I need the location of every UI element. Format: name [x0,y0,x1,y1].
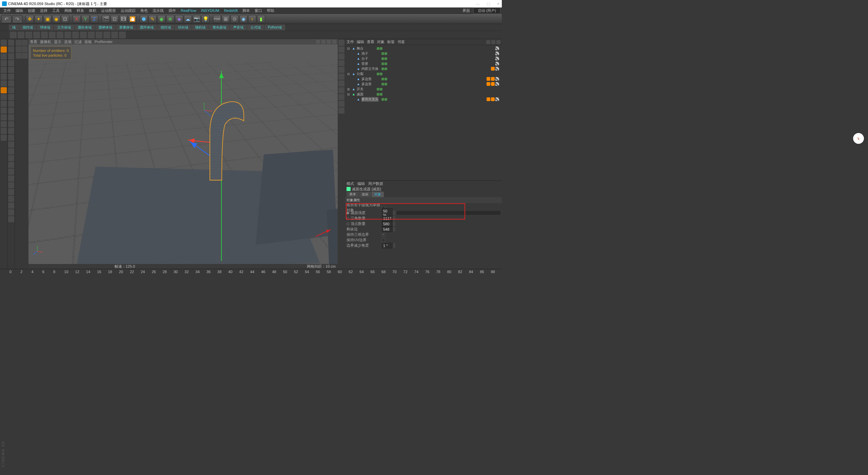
timeline-ruler[interactable]: 0246810121416182022242628303234363840424… [0,269,502,276]
modeling-tool[interactable] [8,209,14,215]
object-name[interactable]: 多边形 [361,77,378,81]
obj-menu-object[interactable]: 对象 [377,39,384,44]
visibility-render-dot[interactable] [380,73,382,75]
object-row[interactable]: ⊞ ▲ 开关 [346,87,501,92]
expand-icon[interactable]: ⊞ [347,88,351,91]
tweak-mode[interactable] [1,94,7,100]
object-row[interactable]: ▲ 内部立方体 [346,66,501,71]
object-tag[interactable] [491,97,495,101]
menu-tools[interactable]: 工具 [50,7,62,14]
object-mode[interactable] [1,46,7,53]
workplane-mode[interactable] [1,101,7,107]
close-button[interactable]: ✕ [497,2,500,6]
object-row[interactable]: ▲ 多边形 [346,81,501,87]
modeling-tool[interactable] [8,128,14,134]
vp-tool[interactable] [338,60,344,66]
visibility-render-dot[interactable] [384,57,387,60]
undo-button[interactable]: ↶ [1,15,12,23]
menu-file[interactable]: 文件 [1,7,13,14]
modeling-tool[interactable] [8,108,14,114]
domain-icon[interactable] [96,32,102,38]
modeling-tool[interactable] [8,216,14,222]
psr-button[interactable]: PSR [213,15,221,23]
recent-tool[interactable]: ⊡ [61,15,69,23]
object-tag[interactable] [495,52,499,55]
domain-tab[interactable]: 随机域 [192,24,209,31]
vp-nav-icon[interactable] [332,40,336,44]
modeling-tool[interactable] [8,189,14,195]
object-tag[interactable] [487,77,490,81]
visibility-render-dot[interactable] [380,88,382,91]
domain-icon[interactable] [103,32,110,38]
object-name[interactable]: 内部立方体 [361,66,378,71]
domain-icon[interactable] [41,32,48,38]
obj-menu-bookmark[interactable]: 书签 [397,39,405,44]
visibility-editor-dot[interactable] [381,62,384,65]
modeling-tool[interactable] [8,74,14,80]
modeling-tool[interactable] [8,196,14,202]
vp-menu-panel[interactable]: 面板 [84,39,92,44]
modeling-tool[interactable] [8,169,14,175]
object-name[interactable]: 分裂 [357,72,374,76]
deformer-button[interactable]: ◈ [175,15,183,23]
domain-icon[interactable] [72,32,79,38]
scale-tool[interactable]: ▣ [43,15,52,23]
menu-spline[interactable]: 样条 [75,7,86,14]
expand-icon[interactable]: ⊟ [347,47,351,50]
coord-button[interactable]: ⊞ [222,15,230,23]
select-tool[interactable]: ✥ [26,15,34,23]
vp-menu-display[interactable]: 显示 [54,39,61,44]
visibility-editor-dot[interactable] [377,47,379,50]
polygon-mode[interactable] [1,74,7,80]
modeling-tool[interactable] [8,60,14,66]
modeling-tool[interactable] [8,101,14,107]
attr-value-input[interactable]: 580 [382,221,393,227]
object-row[interactable]: ⊟ ▲ 分裂 [346,71,501,76]
modeling-tool[interactable] [8,141,14,148]
spinner[interactable] [393,227,395,231]
vp-tool[interactable] [338,108,344,114]
x-axis-lock[interactable]: X [73,15,81,23]
menu-volume[interactable]: 体积 [87,7,98,14]
modeling-tool[interactable] [8,87,14,93]
modeling-tool[interactable] [8,40,14,46]
object-row[interactable]: ▲ 背景 [346,61,501,66]
selected-object[interactable] [201,95,245,184]
object-name[interactable]: 多边形 [361,82,378,87]
object-tag[interactable] [491,67,495,71]
object-name[interactable]: 减面 [357,92,374,97]
tool-pair[interactable] [16,53,28,59]
y-axis-lock[interactable]: Y [81,15,90,23]
vp-tool[interactable] [338,46,344,53]
domain-icon[interactable] [88,32,95,38]
domain-tab[interactable]: 立方体域 [54,24,74,31]
object-tag[interactable] [495,67,499,71]
object-row[interactable]: ▲ 窗帘水龙头 [346,97,501,102]
vp-nav-icon[interactable] [321,40,326,44]
visibility-render-dot[interactable] [384,78,387,80]
menu-select[interactable]: 选择 [38,7,50,14]
domain-icon[interactable] [80,32,87,38]
minimize-button[interactable]: — [476,2,480,6]
radio-icon[interactable] [347,212,349,214]
attr-tab-coord[interactable]: 坐标 [359,192,371,197]
modeling-tool[interactable] [8,148,14,154]
object-tag[interactable] [495,82,499,86]
visibility-editor-dot[interactable] [381,52,384,55]
checkbox[interactable] [382,239,385,242]
redo-button[interactable]: ↷ [12,15,22,23]
render-region[interactable]: ⊡ [111,15,119,23]
point-mode[interactable] [1,60,7,66]
domain-tab[interactable]: 胶囊体域 [116,24,136,31]
spinner[interactable] [393,222,395,226]
object-name[interactable]: 背景 [361,61,378,66]
obj-menu-file[interactable]: 文件 [347,39,354,44]
extra-button[interactable]: ▮ [257,15,265,23]
object-row[interactable]: ▲ 池子 [346,51,501,56]
spline-pen[interactable]: ✎ [149,15,157,23]
domain-tab[interactable]: 球体域 [37,24,54,31]
magnet-mode[interactable] [1,114,7,120]
vp-menu-options[interactable]: 选项 [64,39,72,44]
panel-icon[interactable] [486,40,490,44]
object-name[interactable]: 池子 [361,51,378,56]
